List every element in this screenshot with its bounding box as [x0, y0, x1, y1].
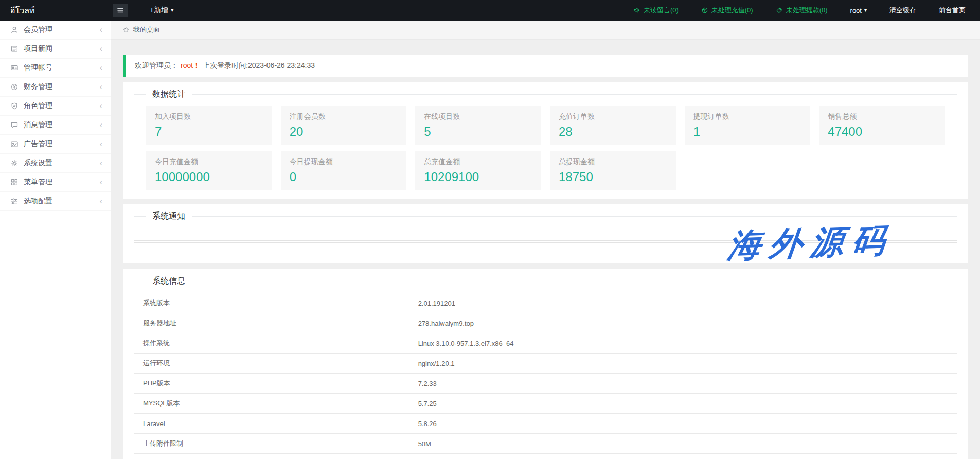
sidebar-item-options[interactable]: 选项配置‹ [0, 192, 111, 211]
user-menu-button[interactable]: root ▾ [850, 7, 867, 14]
app-shell: 会员管理‹项目新闻‹管理帐号‹财务管理‹角色管理‹消息管理‹广告管理‹系统设置‹… [0, 21, 980, 459]
chevron-left-icon: ‹ [100, 197, 102, 205]
finance-icon [10, 83, 19, 91]
notice-list [134, 228, 957, 255]
sidebar-item-ad[interactable]: 广告管理‹ [0, 135, 111, 154]
stat-card: 充值订单数28 [550, 106, 676, 145]
stat-card: 提现订单数1 [685, 106, 811, 145]
main-area: 我的桌面 欢迎管理员： root！ 上次登录时间:2023-06-26 23:2… [111, 21, 980, 459]
gear-icon [10, 159, 19, 167]
panel-title-text: 数据统计 [152, 89, 185, 100]
notice-link-label: 未读留言(0) [644, 6, 679, 15]
info-label: PHP版本 [134, 379, 418, 388]
sidebar-item-label: 项目新闻 [24, 44, 52, 54]
stat-label: 充值订单数 [559, 112, 667, 121]
stat-label: 总充值金额 [424, 157, 532, 167]
info-value: nginx/1.20.1 [418, 360, 957, 367]
panel-title-text: 系统通知 [152, 211, 185, 222]
caret-down-icon: ▾ [864, 8, 867, 13]
stat-value: 18750 [559, 170, 667, 184]
info-row: 运行环境nginx/1.20.1 [134, 354, 957, 374]
breadcrumb: 我的桌面 [111, 21, 980, 40]
sidebar: 会员管理‹项目新闻‹管理帐号‹财务管理‹角色管理‹消息管理‹广告管理‹系统设置‹… [0, 21, 111, 459]
stat-label: 总提现金额 [559, 157, 667, 167]
stat-card: 总提现金额18750 [550, 151, 676, 190]
notice-link-label: 未处理提款(0) [786, 6, 828, 15]
chevron-left-icon: ‹ [100, 178, 102, 186]
notice-link-horn[interactable]: 未读留言(0) [633, 6, 679, 15]
chevron-left-icon: ‹ [100, 83, 102, 91]
sidebar-menu: 会员管理‹项目新闻‹管理帐号‹财务管理‹角色管理‹消息管理‹广告管理‹系统设置‹… [0, 21, 111, 211]
stat-value: 7 [155, 125, 263, 139]
sidebar-item-menu[interactable]: 菜单管理‹ [0, 173, 111, 192]
welcome-login-info: 上次登录时间:2023-06-26 23:24:33 [203, 61, 315, 70]
panel-title-text: 系统信息 [152, 276, 185, 287]
stat-value: 28 [559, 125, 667, 139]
caret-down-icon: ▾ [171, 8, 173, 13]
stat-card: 今日充值金额10000000 [146, 151, 272, 190]
chevron-left-icon: ‹ [100, 140, 102, 148]
sidebar-item-idcard[interactable]: 管理帐号‹ [0, 59, 111, 78]
sidebar-item-label: 管理帐号 [24, 63, 52, 73]
front-home-link[interactable]: 前台首页 [939, 6, 966, 15]
welcome-prefix: 欢迎管理员： [135, 61, 178, 70]
info-row: PHP版本7.2.33 [134, 374, 957, 394]
stat-label: 今日提现金额 [290, 157, 398, 167]
message-icon [10, 121, 19, 129]
stat-card: 今日提现金额0 [281, 151, 407, 190]
divider-line [134, 216, 146, 217]
sidebar-item-news[interactable]: 项目新闻‹ [0, 40, 111, 59]
info-label: 系统版本 [134, 298, 418, 308]
sidebar-toggle-button[interactable] [113, 4, 128, 17]
info-value: 2.01.191201 [418, 299, 957, 307]
stat-label: 注册会员数 [290, 112, 398, 121]
notice-link-recharge[interactable]: 未处理充值(0) [701, 6, 753, 15]
content: 欢迎管理员： root！ 上次登录时间:2023-06-26 23:24:33 … [111, 40, 980, 459]
withdraw-icon [776, 7, 783, 14]
sidebar-item-label: 菜单管理 [24, 178, 52, 187]
breadcrumb-item-desktop[interactable]: 我的桌面 [133, 25, 160, 34]
info-label: 服务器地址 [134, 319, 418, 328]
sidebar-item-user[interactable]: 会员管理‹ [0, 21, 111, 40]
stat-label: 提现订单数 [693, 112, 802, 121]
sidebar-item-gear[interactable]: 系统设置‹ [0, 154, 111, 173]
topbar: อีโวลท์ +新增 ▾ 未读留言(0)未处理充值(0)未处理提款(0) ro… [0, 0, 980, 21]
sidebar-item-label: 广告管理 [24, 139, 52, 149]
sidebar-item-label: 选项配置 [24, 197, 52, 206]
sidebar-item-finance[interactable]: 财务管理‹ [0, 78, 111, 97]
clear-cache-link[interactable]: 清空缓存 [889, 6, 916, 15]
sidebar-item-label: 系统设置 [24, 158, 52, 168]
sidebar-item-label: 会员管理 [24, 25, 52, 34]
recharge-icon [701, 7, 708, 14]
chevron-left-icon: ‹ [100, 45, 102, 53]
news-icon [10, 45, 19, 53]
welcome-alert: 欢迎管理员： root！ 上次登录时间:2023-06-26 23:24:33 [123, 55, 968, 77]
stat-value: 10000000 [155, 170, 263, 184]
info-value: 50M [418, 440, 957, 448]
stat-value: 47400 [828, 125, 936, 139]
info-value: 278.haiwaiym9.top [418, 320, 957, 327]
info-label: 上传附件限制 [134, 439, 418, 448]
stat-card: 加入项目数7 [146, 106, 272, 145]
notice-link-withdraw[interactable]: 未处理提款(0) [776, 6, 828, 15]
sidebar-item-role[interactable]: 角色管理‹ [0, 97, 111, 116]
info-value: Linux 3.10.0-957.1.3.el7.x86_64 [418, 340, 957, 347]
app-logo: อีโวลท์ [0, 4, 111, 17]
stat-card: 总充值金额10209100 [415, 151, 541, 190]
user-icon [10, 26, 19, 34]
sidebar-item-message[interactable]: 消息管理‹ [0, 116, 111, 135]
info-row: 服务器地址278.haiwaiym9.top [134, 313, 957, 333]
system-info-table: 系统版本2.01.191201服务器地址278.haiwaiym9.top操作系… [134, 293, 957, 459]
info-row [134, 454, 957, 459]
info-label: 运行环境 [134, 359, 418, 368]
notice-panel-title: 系统通知 [134, 211, 957, 222]
notice-panel: 系统通知 [123, 204, 968, 263]
stats-grid: 加入项目数7注册会员数20在线项目数5充值订单数28提现订单数1销售总额4740… [146, 106, 945, 190]
divider-line [192, 281, 957, 281]
stat-label: 在线项目数 [424, 112, 532, 121]
system-info-panel-title: 系统信息 [134, 276, 957, 287]
add-new-button[interactable]: +新增 ▾ [150, 6, 173, 15]
stats-panel: 数据统计 加入项目数7注册会员数20在线项目数5充值订单数28提现订单数1销售总… [123, 82, 968, 199]
chevron-left-icon: ‹ [100, 121, 102, 129]
sidebar-item-label: 角色管理 [24, 101, 52, 111]
